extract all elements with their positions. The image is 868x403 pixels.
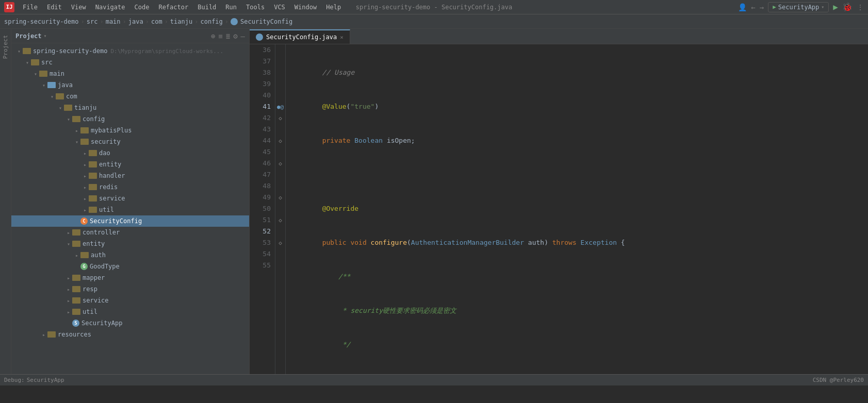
menu-help[interactable]: Help bbox=[322, 3, 345, 12]
window-title: spring-security-demo - SecurityConfig.ja… bbox=[356, 4, 512, 11]
tree-item-redis[interactable]: ▸ redis bbox=[11, 181, 249, 193]
menu-vcs[interactable]: VCS bbox=[270, 3, 289, 12]
menu-refactor[interactable]: Refactor bbox=[154, 3, 192, 12]
menu-run[interactable]: Run bbox=[221, 3, 241, 12]
breadcrumb-java[interactable]: java bbox=[128, 18, 143, 25]
tree-item-config[interactable]: ▾ config bbox=[11, 113, 249, 125]
tree-item-goodtype[interactable]: ▸ G GoodType bbox=[11, 261, 249, 272]
tree-item-com[interactable]: ▾ com bbox=[11, 91, 249, 102]
tree-label-resp: resp bbox=[83, 286, 97, 293]
tree-item-java[interactable]: ▾ java bbox=[11, 79, 249, 91]
menu-code[interactable]: Code bbox=[130, 3, 154, 12]
tree-arrow-mapper: ▸ bbox=[65, 275, 72, 281]
folder-icon-redis bbox=[89, 184, 97, 190]
tree-item-handler[interactable]: ▸ handler bbox=[11, 170, 249, 181]
breadcrumb-config[interactable]: config bbox=[200, 18, 222, 25]
breadcrumb-main[interactable]: main bbox=[106, 18, 121, 25]
gutter-37 bbox=[275, 56, 285, 67]
tree-item-dao[interactable]: ▸ dao bbox=[11, 147, 249, 159]
code-lines[interactable]: // Usage @Value("true") private Boolean … bbox=[286, 44, 868, 374]
menu-file[interactable]: File bbox=[19, 3, 42, 12]
menu-view[interactable]: View bbox=[67, 3, 90, 12]
sidebar-action-minimize[interactable]: — bbox=[241, 32, 245, 40]
folder-icon-main bbox=[39, 71, 47, 77]
panel-tab-project[interactable]: Project bbox=[1, 31, 10, 63]
tree-item-service-sec[interactable]: ▸ service bbox=[11, 193, 249, 204]
breadcrumb-classname[interactable]: SecurityConfig bbox=[240, 18, 292, 25]
menu-edit[interactable]: Edit bbox=[43, 3, 66, 12]
folder-icon-com bbox=[56, 93, 64, 99]
menu-window[interactable]: Window bbox=[290, 3, 321, 12]
run-config-dropdown[interactable]: ▾ bbox=[821, 4, 824, 10]
breadcrumb-file[interactable]: SecurityConfig bbox=[231, 18, 292, 25]
gutter-53[interactable]: ◇ bbox=[275, 237, 285, 248]
tree-label-securityconfig: SecurityConfig bbox=[90, 217, 142, 225]
tree-item-mapper[interactable]: ▸ mapper bbox=[11, 272, 249, 283]
linenum-39: 39 bbox=[254, 78, 271, 90]
editor-area: SecurityConfig.java × 36 37 38 39 40 41 … bbox=[250, 29, 868, 374]
gutter-46[interactable]: ◇ bbox=[275, 158, 285, 169]
folder-icon-service bbox=[72, 297, 80, 304]
sidebar-action-settings[interactable]: ⚙ bbox=[233, 32, 237, 40]
back-icon[interactable]: ← bbox=[751, 3, 755, 11]
breadcrumb-com[interactable]: com bbox=[151, 18, 162, 25]
tree-item-securityapp[interactable]: ▸ S SecurityApp bbox=[11, 317, 249, 329]
code-content[interactable]: 36 37 38 39 40 41 42 43 44 45 46 47 48 4… bbox=[250, 44, 868, 374]
tree-item-resp[interactable]: ▸ resp bbox=[11, 283, 249, 295]
menu-navigate[interactable]: Navigate bbox=[91, 3, 129, 12]
line-numbers: 36 37 38 39 40 41 42 43 44 45 46 47 48 4… bbox=[250, 44, 275, 374]
tree-item-entity-sec[interactable]: ▸ entity bbox=[11, 159, 249, 170]
main-layout: Project Project ▾ ⊕ ≡ ≣ ⚙ — ▾ spring-sec… bbox=[0, 29, 868, 374]
breadcrumb-sep-4: › bbox=[145, 18, 149, 25]
tree-item-util-sec[interactable]: ▸ util bbox=[11, 204, 249, 215]
tree-label-redis: redis bbox=[99, 183, 118, 191]
tree-item-util[interactable]: ▸ util bbox=[11, 306, 249, 317]
linenum-46: 46 bbox=[254, 158, 271, 169]
breadcrumb-tianju[interactable]: tianju bbox=[170, 18, 192, 25]
tree-item-service[interactable]: ▸ service bbox=[11, 295, 249, 306]
sidebar-dropdown-icon[interactable]: ▾ bbox=[44, 33, 47, 39]
tab-close-securityconfig[interactable]: × bbox=[340, 34, 343, 41]
breadcrumb-sep-3: › bbox=[123, 18, 126, 25]
code-line-44: */ bbox=[290, 339, 868, 350]
tree-arrow-entity: ▾ bbox=[65, 241, 72, 247]
folder-icon-tianju bbox=[64, 105, 72, 111]
linenum-36: 36 bbox=[254, 44, 271, 56]
tree-item-main[interactable]: ▾ main bbox=[11, 68, 249, 79]
gutter-49[interactable]: ◇ bbox=[275, 192, 285, 203]
breadcrumb-project[interactable]: spring-security-demo bbox=[4, 18, 79, 25]
tree-label-root: spring-security-demo bbox=[33, 47, 108, 55]
tab-label-securityconfig: SecurityConfig.java bbox=[266, 33, 337, 41]
sidebar-action-expand[interactable]: ≣ bbox=[226, 32, 230, 40]
tree-item-resources[interactable]: ▸ resources bbox=[11, 329, 249, 340]
tree-item-auth[interactable]: ▸ auth bbox=[11, 249, 249, 261]
tree-item-root[interactable]: ▾ spring-security-demo D:\Myprogram\spri… bbox=[11, 45, 249, 57]
more-icon[interactable]: ⋮ bbox=[857, 3, 864, 11]
tree-item-tianju[interactable]: ▾ tianju bbox=[11, 102, 249, 113]
tree-label-goodtype: GoodType bbox=[90, 263, 120, 270]
menu-tools[interactable]: Tools bbox=[242, 3, 269, 12]
tree-item-security[interactable]: ▾ security bbox=[11, 136, 249, 147]
forward-icon[interactable]: → bbox=[760, 3, 764, 11]
tree-item-securityconfig[interactable]: ▸ C SecurityConfig bbox=[11, 215, 249, 227]
menu-build[interactable]: Build bbox=[193, 3, 220, 12]
tree-item-src[interactable]: ▾ src bbox=[11, 57, 249, 68]
tree-item-controller[interactable]: ▸ controller bbox=[11, 227, 249, 238]
tree-label-entity-sec: entity bbox=[99, 161, 121, 168]
editor-tab-securityconfig[interactable]: SecurityConfig.java × bbox=[250, 29, 350, 44]
tree-item-mybatisplus[interactable]: ▸ mybatisPlus bbox=[11, 125, 249, 136]
gutter-42[interactable]: ◇ bbox=[275, 112, 285, 124]
debug-button[interactable]: 🐞 bbox=[842, 2, 853, 12]
breadcrumb-src[interactable]: src bbox=[87, 18, 98, 25]
run-button[interactable]: ▶ bbox=[833, 2, 838, 12]
gutter-51[interactable]: ◇ bbox=[275, 214, 285, 226]
folder-icon-service-sec bbox=[89, 195, 97, 202]
sidebar-action-collapse[interactable]: ≡ bbox=[218, 32, 222, 40]
sidebar-action-locate[interactable]: ⊕ bbox=[211, 32, 215, 40]
account-icon[interactable]: 👤 bbox=[738, 3, 747, 11]
gutter-41: ●@ bbox=[275, 101, 285, 112]
gutter-44[interactable]: ◇ bbox=[275, 135, 285, 146]
tree-item-entity[interactable]: ▾ entity bbox=[11, 238, 249, 249]
run-config: ▶ SecurityApp ▾ bbox=[768, 2, 829, 12]
folder-icon-resources bbox=[47, 331, 56, 338]
